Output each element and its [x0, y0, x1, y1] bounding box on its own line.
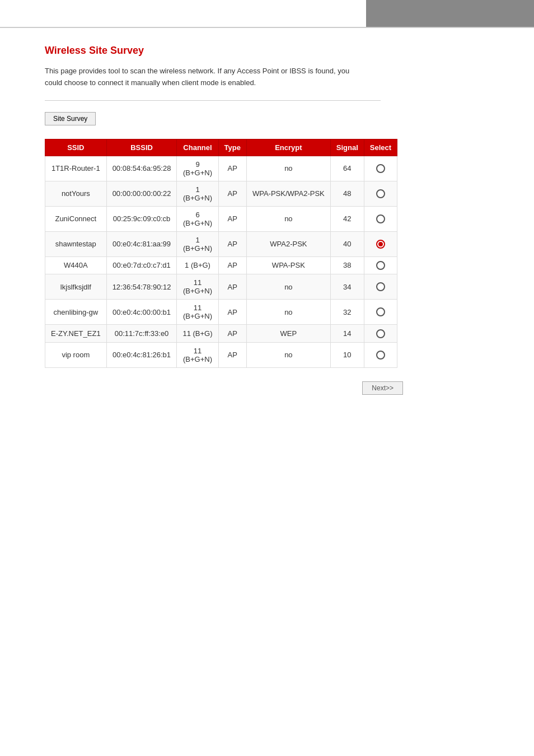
cell-bssid: 00:e0:4c:81:26:b1 — [106, 342, 177, 367]
cell-encrypt: no — [246, 300, 330, 325]
cell-encrypt: no — [246, 206, 330, 231]
radio-button[interactable] — [376, 240, 385, 249]
table-header: SSID BSSID Channel Type Encrypt Signal S… — [45, 139, 397, 156]
col-channel: Channel — [177, 139, 218, 156]
col-ssid: SSID — [45, 139, 107, 156]
cell-ssid: W440A — [45, 256, 107, 274]
cell-type: AP — [218, 256, 246, 274]
top-bar-accent — [366, 0, 534, 27]
next-button[interactable]: Next>> — [362, 381, 403, 395]
cell-signal: 64 — [330, 156, 364, 181]
cell-type: AP — [218, 325, 246, 343]
cell-channel: 1 (B+G+N) — [177, 231, 218, 256]
cell-bssid: 00:00:00:00:00:22 — [106, 181, 177, 206]
cell-channel: 11 (B+G+N) — [177, 300, 218, 325]
cell-channel: 11 (B+G+N) — [177, 274, 218, 300]
cell-bssid: 00:11:7c:ff:33:e0 — [106, 325, 177, 343]
table-row: lkjslfksjdlf12:36:54:78:90:1211 (B+G+N)A… — [45, 274, 397, 300]
table-body: 1T1R-Router-100:08:54:6a:95:289 (B+G+N)A… — [45, 156, 397, 367]
table-row: chenlibing-gw00:e0:4c:00:00:b111 (B+G+N)… — [45, 300, 397, 325]
radio-button[interactable] — [376, 307, 385, 316]
radio-button[interactable] — [376, 164, 385, 173]
cell-signal: 14 — [330, 325, 364, 343]
cell-ssid: notYours — [45, 181, 107, 206]
cell-bssid: 12:36:54:78:90:12 — [106, 274, 177, 300]
cell-type: AP — [218, 181, 246, 206]
cell-type: AP — [218, 156, 246, 181]
col-select: Select — [364, 139, 397, 156]
table-row: W440A00:e0:7d:c0:c7:d11 (B+G)APWPA-PSK38 — [45, 256, 397, 274]
cell-ssid: ZuniConnect — [45, 206, 107, 231]
radio-button[interactable] — [376, 261, 385, 270]
cell-type: AP — [218, 206, 246, 231]
cell-signal: 40 — [330, 231, 364, 256]
table-row: E-ZY.NET_EZ100:11:7c:ff:33:e011 (B+G)APW… — [45, 325, 397, 343]
cell-ssid: E-ZY.NET_EZ1 — [45, 325, 107, 343]
cell-select[interactable] — [364, 156, 397, 181]
col-signal: Signal — [330, 139, 364, 156]
page-description: This page provides tool to scan the wire… — [45, 66, 358, 89]
cell-bssid: 00:e0:4c:81:aa:99 — [106, 231, 177, 256]
cell-encrypt: WPA-PSK — [246, 256, 330, 274]
cell-type: AP — [218, 231, 246, 256]
cell-select[interactable] — [364, 231, 397, 256]
cell-select[interactable] — [364, 256, 397, 274]
cell-bssid: 00:e0:7d:c0:c7:d1 — [106, 256, 177, 274]
cell-encrypt: WPA-PSK/WPA2-PSK — [246, 181, 330, 206]
col-type: Type — [218, 139, 246, 156]
cell-ssid: 1T1R-Router-1 — [45, 156, 107, 181]
table-row: notYours00:00:00:00:00:221 (B+G+N)APWPA-… — [45, 181, 397, 206]
cell-signal: 10 — [330, 342, 364, 367]
cell-select[interactable] — [364, 181, 397, 206]
cell-encrypt: WPA2-PSK — [246, 231, 330, 256]
col-bssid: BSSID — [106, 139, 177, 156]
radio-button[interactable] — [376, 214, 385, 223]
cell-encrypt: WEP — [246, 325, 330, 343]
cell-signal: 48 — [330, 181, 364, 206]
cell-type: AP — [218, 300, 246, 325]
cell-channel: 9 (B+G+N) — [177, 156, 218, 181]
cell-type: AP — [218, 274, 246, 300]
cell-bssid: 00:25:9c:09:c0:cb — [106, 206, 177, 231]
col-encrypt: Encrypt — [246, 139, 330, 156]
cell-select[interactable] — [364, 325, 397, 343]
site-survey-button[interactable]: Site Survey — [45, 112, 96, 125]
table-row: ZuniConnect00:25:9c:09:c0:cb6 (B+G+N)APn… — [45, 206, 397, 231]
cell-ssid: vip room — [45, 342, 107, 367]
header-row: SSID BSSID Channel Type Encrypt Signal S… — [45, 139, 397, 156]
cell-signal: 38 — [330, 256, 364, 274]
cell-select[interactable] — [364, 300, 397, 325]
cell-signal: 34 — [330, 274, 364, 300]
divider — [45, 100, 381, 101]
next-button-row: Next>> — [45, 381, 403, 395]
table-row: vip room00:e0:4c:81:26:b111 (B+G+N)APno1… — [45, 342, 397, 367]
cell-encrypt: no — [246, 156, 330, 181]
cell-ssid: chenlibing-gw — [45, 300, 107, 325]
cell-select[interactable] — [364, 206, 397, 231]
cell-channel: 11 (B+G) — [177, 325, 218, 343]
table-row: shawntestap00:e0:4c:81:aa:991 (B+G+N)APW… — [45, 231, 397, 256]
page-title: Wireless Site Survey — [45, 45, 489, 57]
cell-channel: 6 (B+G+N) — [177, 206, 218, 231]
cell-ssid: shawntestap — [45, 231, 107, 256]
cell-channel: 1 (B+G) — [177, 256, 218, 274]
top-bar — [0, 0, 534, 28]
cell-ssid: lkjslfksjdlf — [45, 274, 107, 300]
cell-bssid: 00:08:54:6a:95:28 — [106, 156, 177, 181]
radio-button[interactable] — [376, 351, 385, 360]
radio-button[interactable] — [376, 189, 385, 198]
cell-encrypt: no — [246, 342, 330, 367]
table-row: 1T1R-Router-100:08:54:6a:95:289 (B+G+N)A… — [45, 156, 397, 181]
cell-select[interactable] — [364, 342, 397, 367]
cell-bssid: 00:e0:4c:00:00:b1 — [106, 300, 177, 325]
radio-button[interactable] — [376, 329, 385, 338]
cell-signal: 42 — [330, 206, 364, 231]
network-table: SSID BSSID Channel Type Encrypt Signal S… — [45, 139, 397, 368]
cell-type: AP — [218, 342, 246, 367]
cell-select[interactable] — [364, 274, 397, 300]
cell-channel: 1 (B+G+N) — [177, 181, 218, 206]
radio-button[interactable] — [376, 282, 385, 291]
cell-signal: 32 — [330, 300, 364, 325]
cell-encrypt: no — [246, 274, 330, 300]
cell-channel: 11 (B+G+N) — [177, 342, 218, 367]
